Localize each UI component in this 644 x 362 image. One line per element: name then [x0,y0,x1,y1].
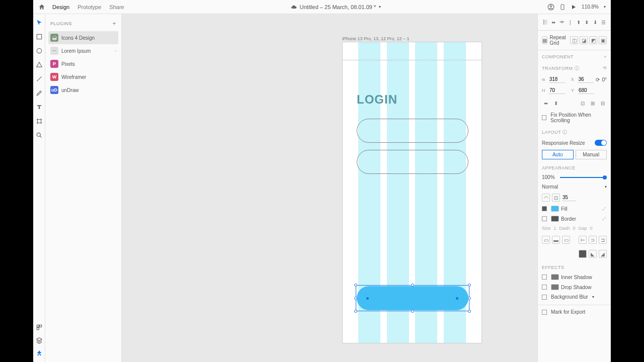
tab-design[interactable]: Design [52,4,69,10]
stroke-center-icon[interactable]: ▬ [552,236,560,244]
tab-share[interactable]: Share [109,4,124,10]
flip-h-icon[interactable]: ⬌ [542,99,550,107]
zoom-level[interactable]: 110.8% [582,4,599,10]
align-right-icon[interactable]: ⬲ [558,18,565,26]
stroke-outer-icon[interactable]: ▭ [562,236,570,244]
fix-position-checkbox[interactable] [542,115,546,120]
libraries-icon[interactable] [36,324,43,331]
cap-round-icon[interactable]: ⊃ [589,236,597,244]
plugin-item[interactable]: PPixels [48,57,118,70]
bool-exc-icon[interactable]: ▣ [599,36,607,44]
rotation-icon[interactable]: ⟳ [596,77,600,82]
blend-mode-dropdown[interactable]: Normal [542,184,558,190]
constrain-icon[interactable]: ⊡ [579,99,587,107]
mark-export-checkbox[interactable] [542,310,547,315]
align-bottom-icon[interactable]: ⬇ [592,18,599,26]
constrain-icon2[interactable]: ⊞ [589,99,597,107]
profile-icon[interactable] [547,4,554,11]
polygon-tool-icon[interactable] [36,61,43,68]
home-icon[interactable] [38,4,45,11]
plugin-item[interactable]: ···Lorem Ipsum› [48,44,118,57]
join-miter-icon[interactable] [579,250,587,258]
input-field-2[interactable] [357,150,468,174]
border-swatch[interactable] [551,216,559,222]
svg-rect-6 [37,325,39,327]
fill-checkbox[interactable] [542,206,547,211]
doc-title[interactable]: Untitled – 25 March, 08.01.09 * [300,4,376,10]
layout-auto-button[interactable]: Auto [542,150,574,159]
left-tools [33,14,45,362]
responsive-toggle[interactable] [595,140,607,146]
ellipse-tool-icon[interactable] [36,47,43,54]
tab-prototype[interactable]: Prototype [77,4,101,10]
bool-int-icon[interactable]: ◩ [589,36,597,44]
align-center-v-icon[interactable]: ⬍ [584,18,590,26]
opacity-value[interactable]: 100% [542,174,555,180]
svg-rect-3 [37,34,41,39]
artboard-tool-icon[interactable] [36,118,43,125]
layout-manual-button[interactable]: Manual [576,150,607,159]
eyedropper-icon[interactable] [602,206,607,211]
radius-input[interactable] [562,194,576,201]
stroke-inner-icon[interactable]: ▭ [542,236,550,244]
svg-point-5 [37,133,40,136]
plugins-panel: PLUGINS + ☕Icons 4 Design ···Lorem Ipsum… [45,14,122,362]
zoom-tool-icon[interactable] [36,132,43,139]
x-input[interactable] [578,76,594,83]
plugins-icon[interactable] [36,350,43,357]
repeat-grid-icon[interactable]: ▦ [542,36,547,44]
line-tool-icon[interactable] [36,75,43,82]
width-input[interactable] [549,76,565,83]
opacity-slider[interactable] [560,177,607,178]
artboard-label[interactable]: iPhone 13 Pro, 13, 12 Pro, 12 – 1 [342,36,410,41]
fill-swatch[interactable] [551,206,559,212]
flip-v-icon[interactable]: ⬍ [552,99,560,107]
svg-rect-2 [561,5,564,10]
bool-add-icon[interactable]: ◫ [570,36,578,44]
plugin-item[interactable]: WWireframer [48,70,118,83]
align-center-h-icon[interactable]: ⬌ [550,18,557,26]
add-plugin-icon[interactable]: + [112,20,116,27]
component-add-icon[interactable]: + [604,54,607,59]
topbar: Design Prototype Share Untitled – 25 Mar… [33,0,611,14]
join-round-icon[interactable]: ◣ [589,250,597,258]
rotation-value[interactable]: 0° [602,77,607,82]
cloud-icon [291,4,297,10]
layers-icon[interactable] [36,337,43,344]
radius-indiv-icon[interactable]: ⊡ [552,194,560,202]
artboard[interactable]: LOGIN [342,42,482,343]
bg-blur-checkbox[interactable] [542,295,547,300]
align-left-icon[interactable]: ⬱ [542,18,548,26]
bool-sub-icon[interactable]: ◪ [580,36,588,44]
align-top-icon[interactable]: ⬆ [576,18,582,26]
pen-tool-icon[interactable] [36,89,43,97]
plugins-header: PLUGINS [50,21,72,26]
repeat-grid-button[interactable]: Repeat Grid [549,35,568,46]
rectangle-tool-icon[interactable] [36,33,43,40]
border-checkbox[interactable] [542,216,547,221]
svg-rect-7 [39,325,41,327]
plugin-item[interactable]: ☕Icons 4 Design [48,31,118,44]
selection-box [356,285,469,311]
constrain-icon3[interactable]: ⊟ [599,99,607,107]
svg-rect-8 [37,328,39,330]
radius-mode-icon[interactable]: ◠ [542,194,550,202]
cap-proj-icon[interactable]: ⊐ [599,236,607,244]
play-icon[interactable] [571,4,577,10]
eyedropper-icon[interactable] [602,216,607,221]
join-bevel-icon[interactable]: ◢ [599,250,607,258]
y-input[interactable] [578,87,594,94]
align-more-icon[interactable]: ☰ [600,18,607,26]
height-input[interactable] [549,87,565,94]
inner-shadow-checkbox[interactable] [542,275,547,280]
plugin-item[interactable]: uDunDraw [48,83,118,97]
drop-shadow-checkbox[interactable] [542,285,547,290]
login-heading[interactable]: LOGIN [357,93,397,107]
mobile-preview-icon[interactable] [559,4,566,11]
canvas[interactable]: iPhone 13 Pro, 13, 12 Pro, 12 – 1 LOGIN [122,14,537,362]
cap-butt-icon[interactable]: ⊢ [579,236,587,244]
input-field-1[interactable] [357,119,468,143]
text-tool-icon[interactable] [36,104,43,111]
select-tool-icon[interactable] [36,19,43,26]
transform-flip-icon[interactable]: ⟲ [603,65,607,72]
